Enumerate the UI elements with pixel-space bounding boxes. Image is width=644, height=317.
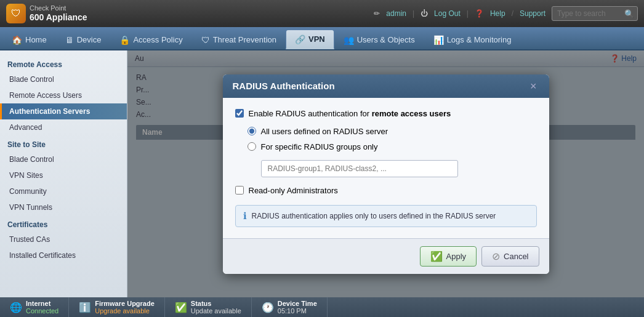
- sidebar-item-authentication-servers[interactable]: Authentication Servers: [0, 103, 127, 119]
- clock-icon: 🕐: [262, 302, 274, 313]
- radius-auth-modal: RADIUS Authentication × Enable RADIUS au…: [223, 74, 549, 274]
- logout-link[interactable]: Log Out: [434, 9, 461, 18]
- home-icon: 🏠: [12, 35, 22, 45]
- search-wrapper: 🔍: [552, 6, 638, 21]
- tab-home-label: Home: [25, 35, 47, 44]
- tab-threat-prevention[interactable]: 🛡 Threat Prevention: [192, 30, 286, 49]
- top-bar-actions: ✏ admin | ⏻ Log Out | ❓ Help / Support 🔍: [374, 6, 638, 21]
- vpn-icon: 🔗: [295, 34, 305, 44]
- modal-title: RADIUS Authentication: [233, 81, 335, 91]
- status-value: Update available: [191, 307, 241, 315]
- tab-vpn-label: VPN: [308, 34, 325, 44]
- radius-groups-input-wrapper: [248, 158, 537, 177]
- radio-specific-label: For specific RADIUS groups only: [261, 142, 378, 151]
- apply-button[interactable]: ✅ Apply: [420, 246, 477, 267]
- tab-users-objects-label: Users & Objects: [357, 35, 415, 44]
- enable-radius-row: Enable RADIUS authentication for remote …: [235, 109, 537, 118]
- apply-label: Apply: [446, 252, 467, 261]
- logout-icon: ⏻: [421, 9, 428, 18]
- tab-logs-monitoring-label: Logs & Monitoring: [447, 35, 512, 44]
- status-icon: ✅: [175, 302, 187, 313]
- sidebar-item-advanced[interactable]: Advanced: [0, 119, 127, 135]
- apply-icon: ✅: [430, 251, 443, 262]
- tab-users-objects[interactable]: 👥 Users & Objects: [334, 30, 424, 49]
- sidebar-section-certificates: Certificates: [0, 215, 127, 231]
- internet-value: Connected: [26, 307, 58, 315]
- logo-icon: 🛡: [6, 4, 26, 23]
- firmware-label: Firmware Upgrade: [95, 300, 155, 307]
- status-device-time: 🕐 Device Time 05:10 PM: [252, 297, 328, 317]
- app-title: Check Point 600 Appliance: [30, 4, 87, 23]
- help-link[interactable]: Help: [490, 9, 505, 18]
- logs-icon: 📊: [433, 35, 444, 45]
- modal-header: RADIUS Authentication ×: [223, 74, 549, 98]
- admin-link[interactable]: admin: [386, 9, 406, 18]
- tab-device[interactable]: 🖥 Device: [56, 30, 111, 49]
- radio-all-users-label: All users defined on RADIUS server: [261, 127, 388, 136]
- modal-close-button[interactable]: ×: [528, 81, 539, 92]
- tab-access-policy-label: Access Policy: [133, 35, 182, 44]
- radio-specific-groups[interactable]: [248, 142, 256, 151]
- modal-overlay: RADIUS Authentication × Enable RADIUS au…: [127, 50, 644, 297]
- status-label: Status: [191, 300, 241, 307]
- device-time-label: Device Time: [278, 300, 317, 307]
- device-icon: 🖥: [65, 35, 74, 45]
- tab-vpn[interactable]: 🔗 VPN: [286, 30, 334, 49]
- app-name-line2: 600 Appliance: [30, 12, 87, 23]
- radio-all-users[interactable]: [248, 127, 256, 135]
- sidebar-section-remote-access: Remote Access: [0, 55, 127, 71]
- modal-footer: ✅ Apply ⊘ Cancel: [223, 238, 549, 274]
- top-bar: 🛡 Check Point 600 Appliance ✏ admin | ⏻ …: [0, 0, 644, 27]
- modal-body: Enable RADIUS authentication for remote …: [223, 98, 549, 238]
- app-name-line1: Check Point: [30, 4, 87, 12]
- sidebar: Remote Access Blade Control Remote Acces…: [0, 50, 127, 297]
- device-time-value: 05:10 PM: [278, 307, 317, 315]
- sidebar-item-installed-certificates[interactable]: Installed Certificates: [0, 247, 127, 263]
- status-firmware: ℹ️ Firmware Upgrade Upgrade available: [69, 297, 165, 317]
- search-icon[interactable]: 🔍: [624, 9, 634, 18]
- sidebar-item-community[interactable]: Community: [0, 183, 127, 199]
- sidebar-item-blade-control-s2s[interactable]: Blade Control: [0, 151, 127, 167]
- sidebar-section-site-to-site: Site to Site: [0, 135, 127, 151]
- sidebar-item-trusted-cas[interactable]: Trusted CAs: [0, 231, 127, 247]
- tab-logs-monitoring[interactable]: 📊 Logs & Monitoring: [424, 30, 521, 49]
- radio-all-users-row: All users defined on RADIUS server: [248, 127, 537, 136]
- tab-access-policy[interactable]: 🔒 Access Policy: [110, 30, 191, 49]
- cancel-button[interactable]: ⊘ Cancel: [481, 246, 539, 267]
- firmware-icon: ℹ️: [79, 302, 91, 313]
- sidebar-item-blade-control-ra[interactable]: Blade Control: [0, 71, 127, 87]
- internet-icon: 🌐: [10, 302, 22, 313]
- content-area: Au ❓ Help RA Pr... Se... Ac... Name RADI…: [127, 50, 644, 297]
- internet-label: Internet: [26, 300, 58, 307]
- radio-specific-row: For specific RADIUS groups only: [248, 142, 537, 151]
- info-bar: ℹ RADIUS authentication applies only to …: [235, 205, 537, 227]
- status-internet: 🌐 Internet Connected: [0, 297, 69, 317]
- radius-groups-input[interactable]: [261, 160, 458, 177]
- tab-home[interactable]: 🏠 Home: [2, 30, 56, 49]
- lock-icon: 🔒: [119, 35, 130, 45]
- nav-tabs: 🏠 Home 🖥 Device 🔒 Access Policy 🛡 Threat…: [0, 27, 644, 50]
- status-update: ✅ Status Update available: [165, 297, 252, 317]
- readonly-admin-label: Read-only Administrators: [249, 186, 338, 195]
- app-logo: 🛡 Check Point 600 Appliance: [6, 4, 87, 23]
- enable-radius-checkbox[interactable]: [235, 109, 244, 118]
- shield-icon: 🛡: [201, 35, 210, 45]
- sidebar-item-vpn-sites[interactable]: VPN Sites: [0, 167, 127, 183]
- radius-radio-group: All users defined on RADIUS server For s…: [248, 127, 537, 177]
- tab-threat-prevention-label: Threat Prevention: [213, 35, 276, 44]
- status-bar: 🌐 Internet Connected ℹ️ Firmware Upgrade…: [0, 297, 644, 317]
- sidebar-item-remote-access-users[interactable]: Remote Access Users: [0, 87, 127, 103]
- info-text: RADIUS authentication applies only to us…: [252, 212, 496, 220]
- help-icon: ❓: [475, 9, 484, 18]
- sidebar-item-vpn-tunnels[interactable]: VPN Tunnels: [0, 199, 127, 215]
- readonly-admin-checkbox[interactable]: [235, 186, 244, 195]
- info-icon: ℹ: [243, 211, 247, 222]
- firmware-value: Upgrade available: [95, 307, 155, 315]
- tab-device-label: Device: [77, 35, 102, 44]
- readonly-admin-row: Read-only Administrators: [235, 186, 537, 195]
- users-icon: 👥: [344, 35, 354, 45]
- cancel-label: Cancel: [504, 252, 528, 261]
- cancel-icon: ⊘: [492, 251, 500, 262]
- enable-radius-label: Enable RADIUS authentication for remote …: [249, 109, 451, 118]
- support-link[interactable]: Support: [520, 9, 545, 18]
